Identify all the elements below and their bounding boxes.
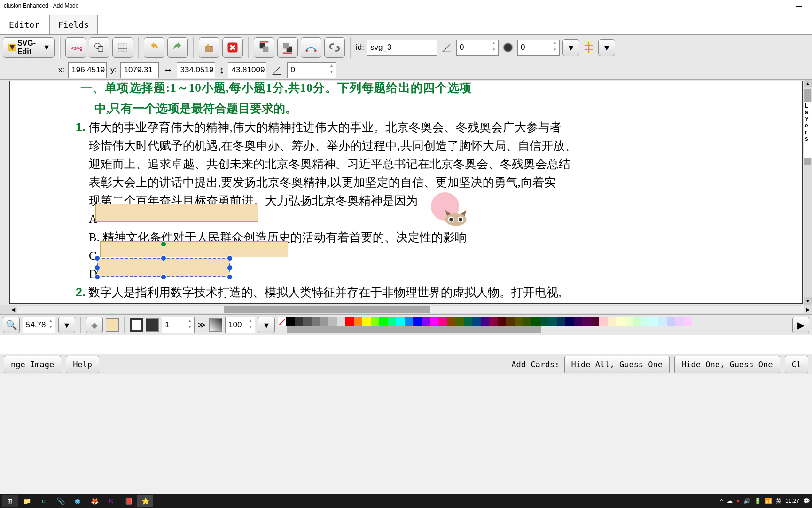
- horizontal-scrollbar[interactable]: ◀ ▶: [0, 305, 812, 314]
- swatch[interactable]: [430, 318, 438, 326]
- swatch[interactable]: [362, 318, 371, 326]
- resize-handle-s[interactable]: [161, 274, 166, 280]
- swatch[interactable]: [379, 318, 388, 326]
- change-image-button[interactable]: nge Image: [4, 356, 61, 373]
- swatch[interactable]: [489, 318, 498, 326]
- swatch[interactable]: [633, 318, 641, 326]
- swatch[interactable]: [548, 318, 557, 326]
- path-button[interactable]: [301, 37, 321, 58]
- width-field[interactable]: 334.0519: [177, 62, 215, 78]
- task-explorer-icon[interactable]: 📁: [19, 495, 35, 507]
- svg-source-button[interactable]: <svg>: [65, 37, 86, 58]
- group-button[interactable]: [89, 37, 109, 58]
- height-field[interactable]: 43.81009: [228, 62, 266, 78]
- clone-button[interactable]: [199, 37, 219, 58]
- swatch[interactable]: [557, 318, 565, 326]
- swatch-none[interactable]: [278, 318, 286, 326]
- svg-edit-menu[interactable]: SVG-Edit ▼: [3, 37, 55, 58]
- system-tray[interactable]: ^ ☁ ● 🔊 🔋 📶 英 11:27 💬: [720, 497, 810, 505]
- zoom-field[interactable]: 54.78▲▼: [23, 317, 55, 333]
- opacity-dropdown[interactable]: ▾: [258, 317, 275, 333]
- close-button[interactable]: Cl: [785, 356, 808, 373]
- occlusion-rect-a[interactable]: [95, 204, 258, 222]
- swatch[interactable]: [481, 318, 489, 326]
- swatch[interactable]: [540, 318, 548, 326]
- resize-handle-ne[interactable]: [227, 255, 233, 261]
- fill-color-swatch[interactable]: [106, 318, 119, 332]
- swatch[interactable]: [371, 318, 379, 326]
- hide-one-button[interactable]: Hide One, Guess One: [674, 356, 780, 373]
- swatch[interactable]: [565, 318, 574, 326]
- task-onenote-icon[interactable]: N: [103, 495, 119, 507]
- id-field[interactable]: svg_3: [367, 40, 437, 56]
- hscroll-thumb[interactable]: [224, 306, 430, 313]
- task-start-icon[interactable]: ⊞: [2, 495, 18, 507]
- swatch[interactable]: [286, 318, 295, 326]
- task-pdf-icon[interactable]: 📕: [120, 495, 136, 507]
- swatch[interactable]: [616, 318, 625, 326]
- x-field[interactable]: 196.4519: [68, 62, 107, 78]
- swatch[interactable]: [531, 318, 540, 326]
- zoom-dropdown[interactable]: ▾: [58, 317, 75, 333]
- swatch[interactable]: [413, 318, 422, 326]
- side-toolbar[interactable]: [0, 80, 8, 305]
- swatch[interactable]: [328, 318, 337, 326]
- swatch[interactable]: [523, 318, 531, 326]
- swatch[interactable]: [515, 318, 523, 326]
- palette-scroll-thumb[interactable]: [287, 326, 541, 333]
- resize-handle-sw[interactable]: [94, 274, 100, 280]
- swatch[interactable]: [574, 318, 582, 326]
- swatch[interactable]: [684, 318, 692, 326]
- swatch[interactable]: [388, 318, 396, 326]
- help-button[interactable]: Help: [66, 356, 99, 373]
- swatch[interactable]: [625, 318, 633, 326]
- tray-ime[interactable]: 英: [776, 497, 781, 505]
- swatch[interactable]: [658, 318, 667, 326]
- scroll-left-button[interactable]: ◀: [8, 306, 17, 313]
- swatch[interactable]: [320, 318, 328, 326]
- resize-handle-w[interactable]: [94, 265, 100, 270]
- swatch[interactable]: [455, 318, 464, 326]
- redo-button[interactable]: [167, 37, 188, 58]
- stroke-style-swatch[interactable]: [130, 318, 143, 332]
- swatch[interactable]: [650, 318, 658, 326]
- delete-button[interactable]: [222, 37, 243, 58]
- swatch[interactable]: [582, 318, 591, 326]
- swatch[interactable]: [667, 318, 675, 326]
- tray-notif-icon[interactable]: 💬: [803, 498, 810, 504]
- resize-handle-nw[interactable]: [94, 255, 100, 261]
- task-app2-icon[interactable]: ◉: [70, 495, 86, 507]
- send-back-button[interactable]: [277, 37, 298, 58]
- stroke-color-swatch[interactable]: [146, 318, 159, 332]
- occlusion-rect-c[interactable]: [100, 241, 288, 257]
- swatch[interactable]: [447, 318, 455, 326]
- minimize-button[interactable]: —: [789, 2, 808, 9]
- opacity-field[interactable]: 100▲▼: [225, 317, 255, 333]
- tray-rec-icon[interactable]: ●: [736, 498, 740, 504]
- swatch[interactable]: [438, 318, 447, 326]
- tray-up-icon[interactable]: ^: [720, 498, 723, 504]
- tray-wifi-icon[interactable]: 📶: [765, 498, 772, 504]
- swatch[interactable]: [472, 318, 481, 326]
- scroll-down-button[interactable]: ▼: [804, 297, 812, 305]
- tab-fields[interactable]: Fields: [49, 15, 98, 34]
- scroll-up-button[interactable]: ▲: [804, 80, 812, 87]
- tray-battery-icon[interactable]: 🔋: [754, 498, 761, 504]
- task-firefox-icon[interactable]: 🦊: [86, 495, 102, 507]
- rotation-field[interactable]: 0▲▼: [287, 62, 336, 78]
- swatch[interactable]: [354, 318, 362, 326]
- link-button[interactable]: [324, 37, 345, 58]
- swatch[interactable]: [396, 318, 405, 326]
- swatch[interactable]: [345, 318, 354, 326]
- swatch[interactable]: [405, 318, 413, 326]
- angle-field[interactable]: 0▲▼: [456, 40, 499, 56]
- swatch[interactable]: [506, 318, 515, 326]
- resize-handle-n[interactable]: [161, 255, 166, 261]
- bring-front-button[interactable]: [254, 37, 274, 58]
- fill-tool-button[interactable]: [86, 317, 103, 333]
- tray-sound-icon[interactable]: 🔊: [743, 498, 750, 504]
- swatch[interactable]: [303, 318, 312, 326]
- swatch[interactable]: [641, 318, 650, 326]
- grid-button[interactable]: [112, 37, 133, 58]
- swatch[interactable]: [422, 318, 430, 326]
